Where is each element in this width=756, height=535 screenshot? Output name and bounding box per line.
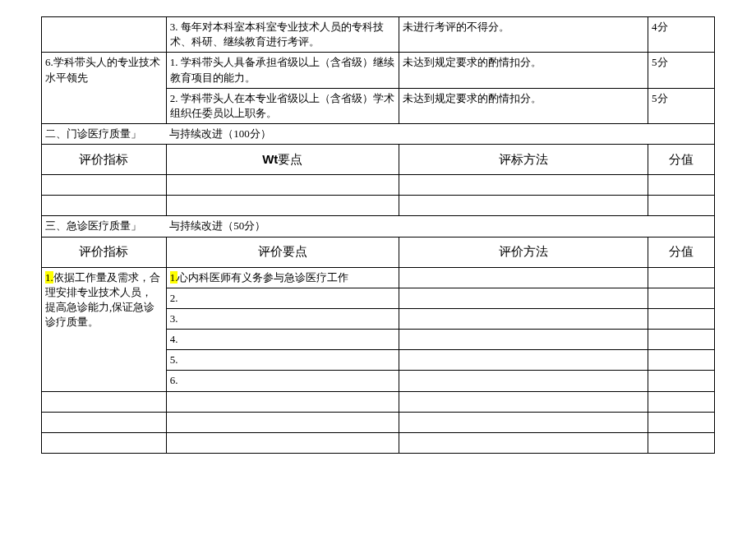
- cell-indicator: 1.依据工作量及需求，合理安排专业技术人员，提高急诊能力,保证急诊诊疗质量。: [42, 267, 167, 391]
- section3-title-row: 三、急诊医疗质量」 与持续改进（50分）: [42, 216, 715, 237]
- section2-table: 二、门诊医疗质量」 与持续改进（100分） 评价指标 Wt要点 评标方法 分值: [41, 123, 715, 216]
- cell-points: 5.: [166, 350, 399, 371]
- cell-method: 未进行考评的不得分。: [399, 17, 648, 53]
- header-score: 分值: [648, 237, 715, 267]
- cell-method: 未达到规定要求的酌情扣分。: [399, 53, 648, 88]
- cell-score: 4分: [648, 17, 715, 53]
- header-indicator: 评价指标: [42, 237, 167, 267]
- cell-points: 1.心内科医师有义务参与急诊医疗工作: [166, 267, 399, 288]
- highlight: 1.: [170, 271, 178, 284]
- table-row: [42, 432, 715, 453]
- cell-points: 4.: [166, 330, 399, 350]
- indicator-text: 理安排专业技术人员，提高急诊能力,保证急诊诊疗质量。: [45, 286, 154, 328]
- header-indicator: 评价指标: [42, 145, 167, 175]
- cell-method: [399, 267, 648, 288]
- wt-suffix: 要点: [278, 153, 302, 166]
- cell-score: 5分: [648, 53, 715, 88]
- section3-header: 评价指标 评价要点 评价方法 分值: [42, 237, 715, 267]
- section2-header: 评价指标 Wt要点 评标方法 分值: [42, 145, 715, 175]
- table-row: 6.学科带头人的专业技术水平领先 1. 学科带头人具备承担省级以上（含省级）继续…: [42, 53, 715, 88]
- table-row: 3. 每年对本科室本科室专业技术人员的专科技术、科研、继续教育进行考评。 未进行…: [42, 17, 715, 53]
- indicator-text: 依据工作量及需求，合: [53, 271, 160, 284]
- header-points: Wt要点: [166, 145, 399, 175]
- cell-indicator: 6.学科带头人的专业技术水平领先: [42, 53, 167, 124]
- cell-points: 3. 每年对本科室本科室专业技术人员的专科技术、科研、继续教育进行考评。: [166, 17, 399, 53]
- wt-label: Wt: [262, 152, 278, 166]
- highlight: 1.: [45, 271, 53, 284]
- cell-points: 1. 学科带头人具备承担省级以上（含省级）继续教育项目的能力。: [166, 53, 399, 88]
- header-points: 评价要点: [166, 237, 399, 267]
- header-score: 分值: [648, 145, 715, 175]
- section3-table: 三、急诊医疗质量」 与持续改进（50分） 评价指标 评价要点 评价方法 分值 1…: [41, 215, 715, 453]
- table-row: [42, 391, 715, 412]
- cell-score: 5分: [648, 88, 715, 123]
- section2-title-left: 二、门诊医疗质量」: [42, 124, 167, 145]
- table-row: [42, 412, 715, 432]
- table-row: 1.依据工作量及需求，合理安排专业技术人员，提高急诊能力,保证急诊诊疗质量。 1…: [42, 267, 715, 288]
- points-text: 心内科医师有义务参与急诊医疗工作: [177, 271, 348, 284]
- section3-title-right: 与持续改进（50分）: [166, 216, 714, 237]
- top-table: 3. 每年对本科室本科室专业技术人员的专科技术、科研、继续教育进行考评。 未进行…: [41, 16, 715, 124]
- section3-title-left: 三、急诊医疗质量」: [42, 216, 167, 237]
- cell-score: [648, 267, 715, 288]
- section2-title-row: 二、门诊医疗质量」 与持续改进（100分）: [42, 124, 715, 145]
- cell-indicator: [42, 17, 167, 53]
- table-row: [42, 175, 715, 196]
- cell-points: 2. 学科带头人在本专业省级以上（含省级）学术组织任委员以上职务。: [166, 88, 399, 123]
- cell-points: 2.: [166, 288, 399, 308]
- cell-points: 3.: [166, 308, 399, 329]
- table-row: [42, 196, 715, 216]
- cell-method: 未达到规定要求的酌情扣分。: [399, 88, 648, 123]
- section2-title-right: 与持续改进（100分）: [166, 124, 714, 145]
- header-method: 评价方法: [399, 237, 648, 267]
- header-method: 评标方法: [399, 145, 648, 175]
- cell-points: 6.: [166, 371, 399, 391]
